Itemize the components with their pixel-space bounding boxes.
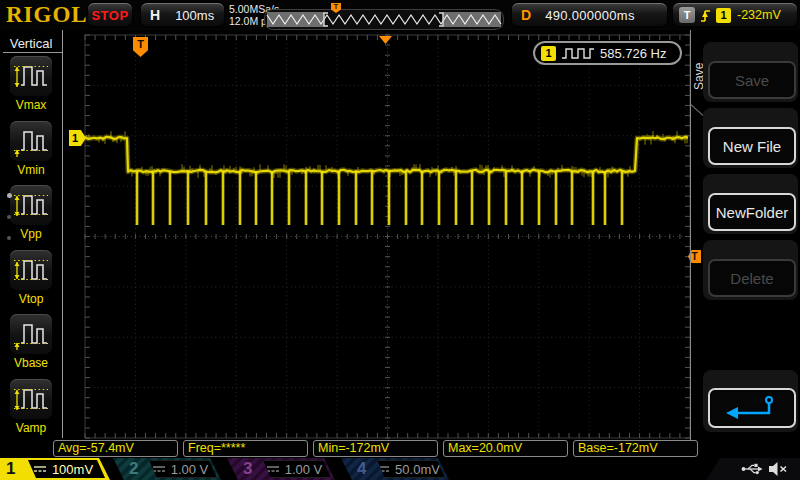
memory-position-preview: T bbox=[265, 10, 503, 29]
dc-coupling-icon bbox=[266, 464, 280, 474]
channel-number: 3 bbox=[243, 459, 252, 479]
rising-edge-icon bbox=[699, 7, 712, 24]
horizontal-timebase-readout: H 100ms bbox=[141, 3, 224, 27]
delete-button[interactable]: Delete bbox=[708, 259, 796, 297]
top-bar: RIGOL STOP H 100ms 5.00MSa/s 12.0M pts T… bbox=[0, 0, 800, 30]
channel-2-tab[interactable]: 21.00 V bbox=[113, 458, 221, 480]
newfolder-button[interactable]: NewFolder bbox=[708, 193, 796, 231]
new-file-button[interactable]: New File bbox=[708, 127, 796, 165]
graticule-and-waveform bbox=[0, 0, 800, 480]
trigger-readout: T 1 -232mV bbox=[673, 3, 797, 27]
page-indicator-dot bbox=[7, 215, 11, 219]
channel-scale: 1.00 V bbox=[171, 462, 209, 477]
right-menu-separator bbox=[690, 30, 691, 457]
menu-item-vmin[interactable] bbox=[10, 121, 52, 161]
run-state-indicator: STOP bbox=[88, 3, 132, 27]
channel-number: 4 bbox=[357, 459, 366, 479]
menu-item-label: Vamp bbox=[0, 421, 62, 435]
menu-item-label: Vmax bbox=[0, 98, 62, 112]
vamp-measure-icon bbox=[10, 379, 52, 419]
left-menu-divider bbox=[3, 52, 62, 53]
dc-coupling-icon bbox=[33, 464, 47, 474]
newfolder-slot: NewFolder bbox=[703, 174, 798, 234]
measurement-max: Max=20.0mV bbox=[443, 440, 568, 457]
vtop-measure-icon bbox=[10, 250, 52, 290]
dc-coupling-icon bbox=[376, 464, 390, 474]
speaker-muted-icon bbox=[767, 461, 788, 477]
menu-item-label: Vbase bbox=[0, 356, 62, 370]
counter-channel-chip: 1 bbox=[541, 46, 556, 61]
menu-item-vmax[interactable] bbox=[10, 56, 52, 96]
delete-slot: Delete bbox=[703, 240, 798, 300]
measurement-freq: Freq=***** bbox=[183, 440, 308, 457]
menu-item-vtop[interactable] bbox=[10, 250, 52, 290]
menu-item-label: Vtop bbox=[0, 292, 62, 306]
page-indicator-dot bbox=[7, 236, 11, 240]
vpp-measure-icon bbox=[10, 185, 52, 225]
menu-item-vbase[interactable] bbox=[10, 314, 52, 354]
square-wave-icon bbox=[561, 47, 595, 60]
new-file-slot: New File bbox=[703, 108, 798, 168]
channel-3-tab[interactable]: 31.00 V bbox=[227, 458, 335, 480]
measurement-avg: Avg=-57.4mV bbox=[53, 440, 178, 457]
dc-coupling-icon bbox=[152, 464, 166, 474]
frequency-counter: 1 585.726 Hz bbox=[533, 41, 682, 65]
vmax-measure-icon bbox=[10, 56, 52, 96]
trigger-label-chip: T bbox=[679, 7, 695, 23]
delay-readout: D 490.000000ms bbox=[512, 3, 667, 27]
channel-scale: 1.00 V bbox=[285, 462, 323, 477]
usb-icon bbox=[741, 462, 763, 476]
save-slot: Save bbox=[703, 42, 798, 102]
menu-item-vamp[interactable] bbox=[10, 379, 52, 419]
menu-item-label: Vmin bbox=[0, 163, 62, 177]
channel-scale: 50.0mV bbox=[395, 462, 440, 477]
channel-1-tab[interactable]: 1100mV bbox=[0, 458, 110, 480]
left-menu-title: Vertical bbox=[0, 36, 62, 51]
return-slot bbox=[703, 370, 798, 432]
oscilloscope-screen: RIGOL STOP H 100ms 5.00MSa/s 12.0M pts T… bbox=[0, 0, 800, 480]
counter-value: 585.726 Hz bbox=[600, 46, 667, 61]
return-button[interactable] bbox=[708, 388, 796, 428]
return-arrow-icon bbox=[724, 394, 780, 422]
measurement-min: Min=-172mV bbox=[313, 440, 438, 457]
channel-status-bar: 1100mV21.00 V31.00 V450.0mV bbox=[0, 457, 800, 480]
channel-scale: 100mV bbox=[52, 462, 93, 477]
run-state-label: STOP bbox=[91, 8, 128, 23]
vbase-measure-icon bbox=[10, 314, 52, 354]
brand-logo: RIGOL bbox=[6, 2, 88, 28]
page-indicator-dot bbox=[7, 193, 12, 198]
trigger-source-chip: 1 bbox=[716, 8, 731, 23]
channel-4-tab[interactable]: 450.0mV bbox=[341, 458, 449, 480]
horizontal-label: H bbox=[150, 7, 160, 23]
channel-number: 1 bbox=[6, 459, 15, 479]
delay-label: D bbox=[521, 7, 531, 23]
trigger-level-value: -232mV bbox=[737, 8, 781, 22]
channel-number: 2 bbox=[129, 459, 138, 479]
save-button[interactable]: Save bbox=[708, 61, 796, 99]
measurement-base: Base=-172mV bbox=[573, 440, 698, 457]
vmin-measure-icon bbox=[10, 121, 52, 161]
memory-wave-icon bbox=[265, 10, 503, 29]
left-menu-separator bbox=[62, 30, 63, 438]
menu-item-vpp[interactable] bbox=[10, 185, 52, 225]
delay-value: 490.000000ms bbox=[545, 8, 635, 23]
timebase-value: 100ms bbox=[175, 8, 214, 23]
